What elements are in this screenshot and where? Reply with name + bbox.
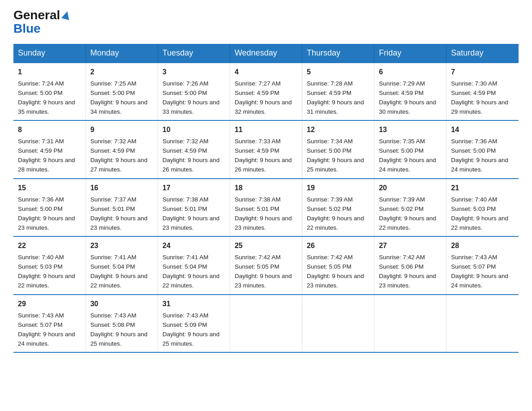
calendar-cell: 2Sunrise: 7:25 AMSunset: 5:00 PMDaylight…: [86, 63, 158, 120]
calendar-cell: 21Sunrise: 7:40 AMSunset: 5:03 PMDayligh…: [446, 179, 519, 236]
day-number: 13: [379, 124, 442, 136]
calendar-cell: 13Sunrise: 7:35 AMSunset: 5:00 PMDayligh…: [374, 120, 446, 178]
day-number: 11: [235, 124, 297, 136]
calendar-cell: 18Sunrise: 7:38 AMSunset: 5:01 PMDayligh…: [230, 179, 302, 236]
calendar-cell: 1Sunrise: 7:24 AMSunset: 5:00 PMDaylight…: [13, 63, 86, 120]
calendar-cell: 9Sunrise: 7:32 AMSunset: 4:59 PMDaylight…: [86, 120, 158, 178]
calendar-cell: 6Sunrise: 7:29 AMSunset: 4:59 PMDaylight…: [374, 63, 446, 120]
logo: General Blue: [13, 9, 71, 36]
day-header-tuesday: Tuesday: [158, 44, 230, 63]
day-number: 1: [18, 67, 81, 78]
day-number: 6: [379, 67, 442, 78]
logo-triangle-icon: [61, 10, 71, 20]
day-number: 22: [18, 240, 81, 252]
day-number: 12: [307, 124, 369, 136]
day-number: 21: [451, 183, 514, 194]
day-number: 9: [90, 124, 153, 136]
calendar-cell: 7Sunrise: 7:30 AMSunset: 4:59 PMDaylight…: [446, 63, 519, 120]
day-number: 7: [451, 67, 514, 78]
calendar-cell: [374, 295, 446, 352]
calendar-cell: 30Sunrise: 7:43 AMSunset: 5:08 PMDayligh…: [86, 295, 158, 352]
logo-text-general: General: [13, 9, 60, 21]
day-number: 5: [307, 67, 369, 78]
calendar-cell: [230, 295, 302, 352]
calendar-cell: 4Sunrise: 7:27 AMSunset: 4:59 PMDaylight…: [230, 63, 302, 120]
calendar-cell: 25Sunrise: 7:42 AMSunset: 5:05 PMDayligh…: [230, 236, 302, 294]
calendar-cell: 27Sunrise: 7:42 AMSunset: 5:06 PMDayligh…: [374, 236, 446, 294]
day-header-thursday: Thursday: [302, 44, 374, 63]
day-header-friday: Friday: [374, 44, 446, 63]
day-number: 15: [18, 183, 81, 194]
day-number: 29: [18, 299, 81, 310]
day-number: 25: [235, 240, 297, 252]
calendar-cell: 14Sunrise: 7:36 AMSunset: 5:00 PMDayligh…: [446, 120, 519, 178]
day-number: 10: [163, 124, 225, 136]
day-number: 8: [18, 124, 81, 136]
day-header-wednesday: Wednesday: [230, 44, 302, 63]
calendar-cell: 10Sunrise: 7:32 AMSunset: 4:59 PMDayligh…: [158, 120, 230, 178]
calendar-week-row: 29Sunrise: 7:43 AMSunset: 5:07 PMDayligh…: [13, 295, 519, 352]
calendar-cell: 12Sunrise: 7:34 AMSunset: 5:00 PMDayligh…: [302, 120, 374, 178]
day-number: 30: [90, 299, 153, 310]
calendar-cell: [302, 295, 374, 352]
day-number: 28: [451, 240, 514, 252]
calendar-cell: 15Sunrise: 7:36 AMSunset: 5:00 PMDayligh…: [13, 179, 86, 236]
calendar-week-row: 8Sunrise: 7:31 AMSunset: 4:59 PMDaylight…: [13, 120, 519, 178]
calendar-cell: 16Sunrise: 7:37 AMSunset: 5:01 PMDayligh…: [86, 179, 158, 236]
day-number: 16: [90, 183, 153, 194]
calendar-cell: 3Sunrise: 7:26 AMSunset: 5:00 PMDaylight…: [158, 63, 230, 120]
day-number: 14: [451, 124, 514, 136]
day-number: 2: [90, 67, 153, 78]
svg-marker-0: [61, 10, 71, 20]
calendar-cell: 8Sunrise: 7:31 AMSunset: 4:59 PMDaylight…: [13, 120, 86, 178]
calendar-cell: 22Sunrise: 7:40 AMSunset: 5:03 PMDayligh…: [13, 236, 86, 294]
calendar-cell: [446, 295, 519, 352]
calendar-cell: 11Sunrise: 7:33 AMSunset: 4:59 PMDayligh…: [230, 120, 302, 178]
calendar-week-row: 15Sunrise: 7:36 AMSunset: 5:00 PMDayligh…: [13, 179, 519, 236]
day-number: 3: [163, 67, 225, 78]
page-header: General Blue: [13, 9, 519, 36]
day-number: 23: [90, 240, 153, 252]
day-header-sunday: Sunday: [13, 44, 86, 63]
day-number: 17: [163, 183, 225, 194]
day-header-monday: Monday: [86, 44, 158, 63]
day-number: 20: [379, 183, 442, 194]
day-number: 27: [379, 240, 442, 252]
day-header-saturday: Saturday: [446, 44, 519, 63]
calendar-cell: 28Sunrise: 7:43 AMSunset: 5:07 PMDayligh…: [446, 236, 519, 294]
calendar-cell: 19Sunrise: 7:39 AMSunset: 5:02 PMDayligh…: [302, 179, 374, 236]
calendar-cell: 29Sunrise: 7:43 AMSunset: 5:07 PMDayligh…: [13, 295, 86, 352]
day-number: 31: [163, 299, 225, 310]
day-number: 18: [235, 183, 297, 194]
day-number: 4: [235, 67, 297, 78]
calendar-cell: 31Sunrise: 7:43 AMSunset: 5:09 PMDayligh…: [158, 295, 230, 352]
calendar-table: SundayMondayTuesdayWednesdayThursdayFrid…: [13, 44, 519, 353]
calendar-cell: 5Sunrise: 7:28 AMSunset: 4:59 PMDaylight…: [302, 63, 374, 120]
day-number: 26: [307, 240, 369, 252]
calendar-cell: 17Sunrise: 7:38 AMSunset: 5:01 PMDayligh…: [158, 179, 230, 236]
calendar-cell: 24Sunrise: 7:41 AMSunset: 5:04 PMDayligh…: [158, 236, 230, 294]
calendar-week-row: 1Sunrise: 7:24 AMSunset: 5:00 PMDaylight…: [13, 63, 519, 120]
calendar-week-row: 22Sunrise: 7:40 AMSunset: 5:03 PMDayligh…: [13, 236, 519, 294]
calendar-cell: 23Sunrise: 7:41 AMSunset: 5:04 PMDayligh…: [86, 236, 158, 294]
calendar-cell: 26Sunrise: 7:42 AMSunset: 5:05 PMDayligh…: [302, 236, 374, 294]
day-number: 19: [307, 183, 369, 194]
logo-text-blue: Blue: [13, 21, 41, 35]
calendar-cell: 20Sunrise: 7:39 AMSunset: 5:02 PMDayligh…: [374, 179, 446, 236]
day-number: 24: [163, 240, 225, 252]
calendar-header-row: SundayMondayTuesdayWednesdayThursdayFrid…: [13, 44, 519, 63]
